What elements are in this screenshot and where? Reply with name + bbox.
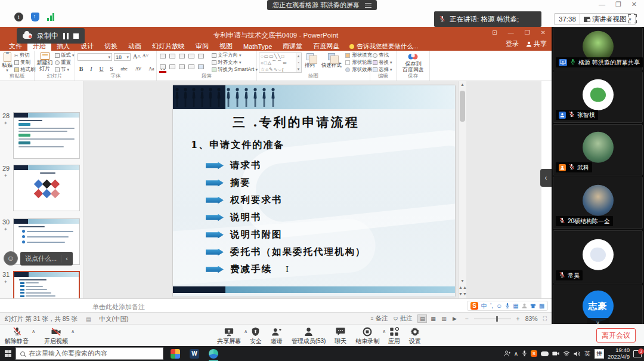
wifi-icon[interactable] xyxy=(563,351,570,356)
voice-input-icon[interactable] xyxy=(505,303,510,309)
meeting-control-member[interactable]: 管理成员(53) xyxy=(292,325,326,346)
participant-tile-2[interactable]: 张智棋 xyxy=(553,72,643,123)
align-right-icon[interactable] xyxy=(179,64,185,69)
align-text-button[interactable]: 对齐文本▾ xyxy=(212,59,258,66)
italic-button[interactable]: I xyxy=(88,66,95,72)
underline-button[interactable]: U xyxy=(98,66,105,72)
paste-button[interactable]: 粘贴▾ xyxy=(2,53,13,73)
ribbon-tab-8[interactable]: 审阅 xyxy=(190,42,214,51)
slide-sorter-view-button[interactable]: ▦ xyxy=(428,314,438,323)
line-spacing-icon[interactable] xyxy=(198,54,204,58)
vertical-scrollbar[interactable]: ▲ ▼ ▲▲ ▼▼ xyxy=(458,81,466,298)
volume-icon[interactable] xyxy=(574,351,580,357)
sogou-logo-icon[interactable]: S xyxy=(470,302,478,310)
zoom-in-button[interactable]: + xyxy=(516,315,520,322)
slide-title[interactable]: 三 .专利的申请流程 xyxy=(233,114,360,131)
zoom-slider[interactable] xyxy=(474,319,511,319)
slide-subtitle[interactable]: 1、申请文件的准备 xyxy=(191,139,284,152)
meeting-control-apps[interactable]: 应用 xyxy=(388,325,400,346)
emoji-icon[interactable]: ☺ xyxy=(496,303,502,309)
ribbon-tab-11[interactable]: 雨课堂 xyxy=(277,42,308,51)
quick-styles-button[interactable]: 快速样式 xyxy=(321,53,342,68)
find-button[interactable]: 查找 xyxy=(373,52,392,59)
ribbon-tab-9[interactable]: 视图 xyxy=(214,42,238,51)
copy-button[interactable]: 复制 xyxy=(14,59,36,66)
thumbnail-preview[interactable] xyxy=(13,112,80,159)
ppt-close-button[interactable]: ✕ xyxy=(541,29,546,36)
keyboard-icon[interactable]: ▦ xyxy=(513,303,518,309)
shape-gallery[interactable]: ◌▭▭╲╲□○□△⌒⌒⇦☆⌂✎∿⌣{ ▲▪▼ xyxy=(259,53,302,73)
minimize-button[interactable]: — xyxy=(599,1,605,8)
person-grey-icon[interactable] xyxy=(522,303,527,308)
participant-tile-5[interactable]: 常昊 xyxy=(553,230,643,283)
ribbon-tab-5[interactable]: 切换 xyxy=(99,42,123,51)
reading-view-button[interactable]: ▥ xyxy=(439,314,448,323)
meeting-control-cam-off[interactable]: 开启视频∧ xyxy=(44,325,68,346)
language-en-indicator[interactable]: 英 xyxy=(584,350,591,358)
restore-button[interactable]: ❐ xyxy=(615,1,621,8)
ribbon-options-button[interactable]: ⊡ xyxy=(492,29,497,36)
slide-thumbnail-panel[interactable]: 28✦29✦30✦31✦32✦ xyxy=(0,81,83,298)
slide-bullet-list[interactable]: 请求书摘要权利要求书说明书说明书附图委托书（如果委托代理机构）费减手续I xyxy=(206,157,366,278)
chevron-up-icon[interactable]: ∧ xyxy=(32,329,35,334)
hidden-icons-chevron[interactable]: ∧ xyxy=(514,350,518,357)
pause-recording-button[interactable] xyxy=(63,33,69,39)
numbering-icon[interactable] xyxy=(169,54,175,58)
notes-toggle[interactable]: ≡备注 xyxy=(371,314,388,323)
replace-button[interactable]: 替换▾ xyxy=(373,59,392,66)
taskbar-app-wps[interactable]: W xyxy=(187,347,202,361)
info-icon[interactable]: i xyxy=(14,13,23,21)
participant-tile-6[interactable]: 志豪∨ xyxy=(553,285,643,324)
ribbon-tab-7[interactable]: 幻灯片放映 xyxy=(147,42,190,51)
strikethrough-button[interactable]: abc xyxy=(118,66,130,72)
language-indicator[interactable]: 中文(中国) xyxy=(99,315,128,323)
close-button[interactable]: ✕ xyxy=(631,1,637,8)
text-direction-button[interactable]: 文字方向▾ xyxy=(212,52,258,59)
leave-meeting-button[interactable]: 离开会议 xyxy=(596,328,636,343)
spellcheck-icon[interactable]: ▤ xyxy=(86,316,91,322)
zoom-slider-thumb[interactable] xyxy=(496,316,498,322)
taskbar-clock[interactable]: 19:40 2022/4/9 xyxy=(608,347,630,360)
sogou-input-toolbar[interactable]: S 中 ’, ☺ ▦ ▩ xyxy=(467,301,548,311)
toolbox-icon[interactable]: ▩ xyxy=(539,303,544,309)
menu-icon[interactable] xyxy=(365,3,371,8)
bold-button[interactable]: B xyxy=(78,66,85,72)
meeting-control-invite[interactable]: 邀请 xyxy=(271,325,283,346)
microphone-icon[interactable] xyxy=(522,350,527,357)
font-name-select[interactable]: ▾ xyxy=(78,53,112,61)
reset-button[interactable]: 重置 xyxy=(55,59,75,66)
stop-recording-button[interactable] xyxy=(73,33,79,39)
chevron-up-icon[interactable]: ∧ xyxy=(244,329,247,334)
zoom-out-button[interactable]: − xyxy=(465,315,468,322)
change-case-button[interactable]: Aa xyxy=(147,66,156,72)
signin-button[interactable]: 登录 xyxy=(506,39,519,48)
camera-icon[interactable] xyxy=(552,351,559,356)
thumbnail-preview[interactable] xyxy=(13,165,80,211)
chinese-mode-icon[interactable]: 中 xyxy=(481,302,487,310)
char-spacing-button[interactable]: AV xyxy=(133,66,144,72)
collapse-left-icon[interactable]: ‹ xyxy=(66,255,68,262)
skin-shirt-icon[interactable] xyxy=(530,303,536,308)
notification-center-icon[interactable]: 3 xyxy=(633,350,642,357)
participant-tile-1[interactable]: 格源 韩洪淼的屏幕共享 xyxy=(553,27,643,70)
taskbar-app-edge[interactable] xyxy=(206,347,221,361)
shape-gallery-scroll[interactable]: ▲▪▼ xyxy=(296,53,301,72)
language-pinyin-indicator[interactable]: 拼 xyxy=(595,349,604,359)
meeting-control-screen[interactable]: 共享屏幕∧ xyxy=(217,325,241,346)
columns-icon[interactable] xyxy=(198,64,204,69)
sogou-flame-icon[interactable]: S xyxy=(531,350,537,357)
cloud-icon[interactable] xyxy=(541,351,549,356)
bullets-icon[interactable] xyxy=(160,54,166,58)
shadow-button[interactable]: S xyxy=(108,66,115,72)
ribbon-tab-12[interactable]: 百度网盘 xyxy=(308,42,345,51)
taskbar-search-input[interactable]: 在这里输入你要搜索的内容 xyxy=(16,347,163,360)
normal-view-button[interactable]: ▤ xyxy=(417,314,427,323)
increase-indent-icon[interactable] xyxy=(188,54,194,58)
font-size-select[interactable]: 18▾ xyxy=(114,53,131,61)
slideshow-view-button[interactable]: ▶ xyxy=(450,314,459,323)
thumbnail-preview[interactable] xyxy=(13,271,80,298)
meeting-control-mic-off[interactable]: 解除静音∧ xyxy=(5,325,29,346)
ppt-restore-button[interactable]: ❐ xyxy=(525,29,530,36)
view-mode-dropdown[interactable]: 演讲者视图 ▾ xyxy=(580,13,636,25)
scroll-down-arrow[interactable]: ▼ xyxy=(459,277,466,284)
